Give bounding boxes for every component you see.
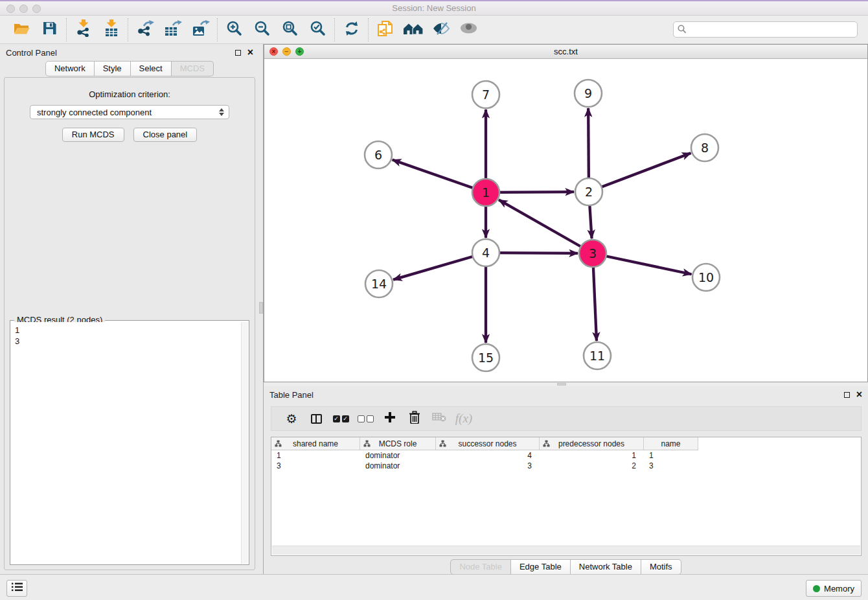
tab-motifs[interactable]: Motifs xyxy=(641,559,681,575)
graph-node-9[interactable]: 9 xyxy=(575,80,602,107)
table-panel-tabs: Node TableEdge TableNetwork TableMotifs xyxy=(264,559,868,575)
tab-edge-table[interactable]: Edge Table xyxy=(511,559,571,575)
column-header-successor-nodes[interactable]: successor nodes xyxy=(436,437,540,450)
cell-shared-name[interactable]: 1 xyxy=(271,451,360,460)
export-network-button[interactable] xyxy=(131,17,159,42)
table-panel-title: Table Panel xyxy=(269,390,314,400)
graph-node-4[interactable]: 4 xyxy=(472,239,499,266)
export-table-icon xyxy=(164,20,182,40)
select-all-columns-button[interactable]: ✓✓ xyxy=(328,415,353,422)
import-table-button[interactable] xyxy=(97,17,125,42)
column-label: MCDS role xyxy=(379,439,417,448)
column-header-shared-name[interactable]: shared name xyxy=(271,437,360,450)
graph-edge-3-10[interactable] xyxy=(593,253,691,274)
graph-edge-1-6[interactable] xyxy=(393,160,486,192)
graph-node-11[interactable]: 11 xyxy=(584,342,611,369)
network-close-button[interactable]: × xyxy=(269,47,278,56)
vertical-splitter-handle[interactable] xyxy=(259,302,263,314)
import-network-icon xyxy=(76,19,91,40)
result-scrollbar[interactable] xyxy=(241,322,248,564)
cell-mcds-role[interactable]: dominator xyxy=(360,461,436,470)
cell-mcds-role[interactable]: dominator xyxy=(360,451,436,460)
import-network-button[interactable] xyxy=(69,17,97,42)
cell-name[interactable]: 1 xyxy=(644,451,698,460)
status-bar: Memory xyxy=(0,574,868,600)
cell-predecessor-nodes[interactable]: 2 xyxy=(540,461,644,470)
cell-successor-nodes[interactable]: 4 xyxy=(436,451,540,460)
criterion-select[interactable]: strongly connected component xyxy=(30,105,229,119)
tab-network[interactable]: Network xyxy=(45,61,95,76)
task-history-button[interactable] xyxy=(6,580,27,597)
column-label: name xyxy=(661,439,680,448)
network-from-selection-button[interactable] xyxy=(371,17,399,42)
export-image-button[interactable] xyxy=(187,17,214,42)
graph-edge-3-1[interactable] xyxy=(499,200,593,253)
column-header-mcds-role[interactable]: MCDS role xyxy=(360,437,436,450)
graph-node-6[interactable]: 6 xyxy=(365,141,392,168)
float-panel-icon[interactable] xyxy=(235,50,241,56)
graph-node-10[interactable]: 10 xyxy=(692,264,720,291)
homes-button[interactable] xyxy=(399,17,427,42)
table-settings-button[interactable]: ⚙ xyxy=(279,413,304,425)
close-table-panel-icon[interactable]: × xyxy=(856,390,862,398)
graph-node-8[interactable]: 8 xyxy=(691,134,718,161)
column-header-predecessor-nodes[interactable]: predecessor nodes xyxy=(540,437,644,450)
apply-layout-button[interactable] xyxy=(337,17,365,42)
graph-node-3[interactable]: 3 xyxy=(579,240,606,267)
trash-icon xyxy=(409,411,420,426)
horizontal-splitter-handle[interactable] xyxy=(557,383,566,386)
close-panel-button[interactable]: Close panel xyxy=(133,128,198,142)
cell-name[interactable]: 3 xyxy=(644,461,698,470)
graph-node-2[interactable]: 2 xyxy=(575,178,602,205)
copy-network-icon xyxy=(377,19,394,40)
open-session-button[interactable] xyxy=(8,17,36,42)
window-zoom-button[interactable] xyxy=(32,5,41,13)
memory-button[interactable]: Memory xyxy=(806,580,862,597)
checked-boxes-icon: ✓✓ xyxy=(333,415,349,422)
show-all-button[interactable] xyxy=(455,17,483,42)
add-column-button[interactable] xyxy=(378,411,402,426)
zoom-fit-button[interactable] xyxy=(276,17,304,42)
graph-edge-4-14[interactable] xyxy=(393,253,486,280)
zoom-fit-icon xyxy=(282,20,298,39)
zoom-selected-button[interactable] xyxy=(304,17,332,42)
graph-node-15[interactable]: 15 xyxy=(472,344,499,371)
cell-predecessor-nodes[interactable]: 1 xyxy=(540,451,644,460)
graph-edge-2-8[interactable] xyxy=(589,153,691,192)
graph-node-7[interactable]: 7 xyxy=(472,81,499,108)
fx-icon: f(x) xyxy=(455,411,472,426)
cell-shared-name[interactable]: 3 xyxy=(271,461,360,470)
network-maximize-button[interactable]: + xyxy=(295,47,304,56)
graph-node-1[interactable]: 1 xyxy=(472,179,499,206)
table-scrollbar[interactable] xyxy=(272,546,860,555)
network-window-titlebar[interactable]: × − + scc.txt xyxy=(264,45,867,59)
delete-column-button[interactable] xyxy=(402,411,427,426)
column-header-name[interactable]: name xyxy=(644,437,698,450)
tab-network-table[interactable]: Network Table xyxy=(571,559,641,575)
network-minimize-button[interactable]: − xyxy=(282,47,291,56)
window-close-button[interactable] xyxy=(6,5,15,13)
tab-node-table[interactable]: Node Table xyxy=(450,559,511,575)
search-input[interactable] xyxy=(673,21,858,38)
tab-select[interactable]: Select xyxy=(131,61,172,76)
tab-mcds[interactable]: MCDS xyxy=(172,61,214,76)
run-mcds-button[interactable]: Run MCDS xyxy=(62,128,124,142)
cell-successor-nodes[interactable]: 3 xyxy=(436,461,540,470)
hide-selected-button[interactable] xyxy=(427,17,455,42)
show-column-panel-button[interactable] xyxy=(304,414,328,424)
deselect-all-columns-button[interactable] xyxy=(353,415,378,422)
toolbar-separator xyxy=(66,18,67,41)
zoom-out-button[interactable] xyxy=(248,17,276,42)
close-panel-icon[interactable]: × xyxy=(247,48,253,56)
network-graph[interactable]: 7968124314101511 xyxy=(264,58,867,382)
export-table-button[interactable] xyxy=(159,17,187,42)
window-minimize-button[interactable] xyxy=(19,5,28,13)
save-session-button[interactable] xyxy=(36,17,63,42)
float-table-panel-icon[interactable] xyxy=(844,392,850,398)
graph-node-14[interactable]: 14 xyxy=(365,270,393,297)
vertical-splitter[interactable] xyxy=(259,44,264,574)
tab-style[interactable]: Style xyxy=(95,61,131,76)
network-canvas[interactable]: 7968124314101511 xyxy=(264,58,867,382)
zoom-in-button[interactable] xyxy=(220,17,248,42)
main-toolbar xyxy=(0,16,868,44)
